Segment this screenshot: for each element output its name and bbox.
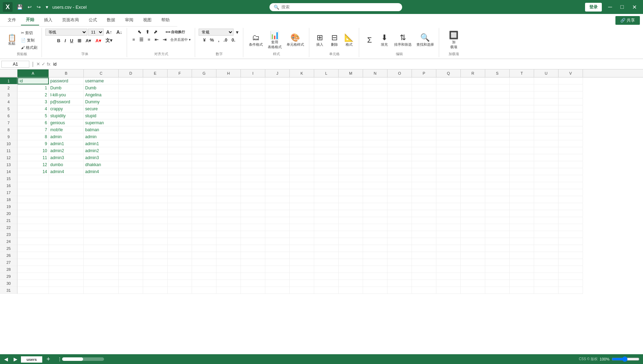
customize-qa-button[interactable]: ▾ bbox=[44, 3, 50, 10]
list-item[interactable] bbox=[559, 168, 583, 175]
row-number[interactable]: 17 bbox=[0, 189, 17, 196]
list-item[interactable] bbox=[192, 210, 216, 217]
list-item[interactable] bbox=[192, 91, 216, 98]
list-item[interactable] bbox=[168, 91, 192, 98]
list-item[interactable] bbox=[461, 196, 485, 203]
list-item[interactable] bbox=[485, 105, 510, 112]
list-item[interactable] bbox=[17, 210, 49, 217]
list-item[interactable] bbox=[339, 231, 363, 238]
list-item[interactable] bbox=[241, 287, 265, 294]
list-item[interactable] bbox=[241, 161, 265, 168]
list-item[interactable] bbox=[143, 140, 168, 147]
list-item[interactable] bbox=[461, 287, 485, 294]
list-item[interactable] bbox=[265, 147, 290, 154]
list-item[interactable] bbox=[290, 140, 314, 147]
list-item[interactable] bbox=[119, 126, 143, 133]
row-number[interactable]: 1 bbox=[0, 77, 17, 84]
col-header-h[interactable]: H bbox=[216, 69, 241, 77]
list-item[interactable] bbox=[216, 259, 241, 266]
list-item[interactable] bbox=[485, 161, 510, 168]
zoom-slider[interactable] bbox=[612, 356, 640, 362]
comma-button[interactable]: , bbox=[216, 37, 221, 43]
list-item[interactable]: stupid bbox=[84, 112, 119, 119]
list-item[interactable] bbox=[241, 196, 265, 203]
list-item[interactable] bbox=[534, 273, 559, 280]
col-header-j[interactable]: J bbox=[265, 69, 290, 77]
list-item[interactable] bbox=[412, 84, 436, 91]
list-item[interactable]: admin1 bbox=[84, 140, 119, 147]
list-item[interactable] bbox=[510, 238, 534, 245]
list-item[interactable] bbox=[265, 105, 290, 112]
list-item[interactable] bbox=[387, 231, 412, 238]
list-item[interactable] bbox=[436, 154, 461, 161]
list-item[interactable] bbox=[510, 182, 534, 189]
list-item[interactable] bbox=[559, 252, 583, 259]
paste-button[interactable]: 📋 粘贴 bbox=[5, 33, 19, 47]
list-item[interactable] bbox=[339, 238, 363, 245]
list-item[interactable] bbox=[436, 287, 461, 294]
list-item[interactable] bbox=[290, 119, 314, 126]
list-item[interactable] bbox=[17, 280, 49, 287]
list-item[interactable] bbox=[84, 210, 119, 217]
list-item[interactable] bbox=[192, 245, 216, 252]
list-item[interactable] bbox=[510, 189, 534, 196]
list-item[interactable] bbox=[412, 147, 436, 154]
percent-button[interactable]: % bbox=[208, 37, 216, 43]
list-item[interactable] bbox=[485, 217, 510, 224]
list-item[interactable] bbox=[363, 182, 387, 189]
list-item[interactable] bbox=[436, 77, 461, 84]
list-item[interactable] bbox=[17, 182, 49, 189]
list-item[interactable]: secure bbox=[84, 105, 119, 112]
list-item[interactable]: 2 bbox=[17, 91, 49, 98]
list-item[interactable] bbox=[387, 210, 412, 217]
list-item[interactable] bbox=[559, 112, 583, 119]
row-number[interactable]: 13 bbox=[0, 161, 17, 168]
list-item[interactable] bbox=[339, 112, 363, 119]
list-item[interactable] bbox=[461, 210, 485, 217]
list-item[interactable] bbox=[168, 105, 192, 112]
list-item[interactable] bbox=[216, 161, 241, 168]
list-item[interactable] bbox=[436, 259, 461, 266]
indent-increase-button[interactable]: ⇥ bbox=[161, 36, 168, 43]
font-select[interactable]: 等线 bbox=[45, 29, 87, 36]
list-item[interactable] bbox=[534, 175, 559, 182]
list-item[interactable] bbox=[510, 266, 534, 273]
list-item[interactable] bbox=[241, 154, 265, 161]
list-item[interactable] bbox=[461, 259, 485, 266]
row-number[interactable]: 19 bbox=[0, 203, 17, 210]
list-item[interactable] bbox=[339, 140, 363, 147]
list-item[interactable] bbox=[290, 196, 314, 203]
list-item[interactable] bbox=[17, 259, 49, 266]
col-header-g[interactable]: G bbox=[192, 69, 216, 77]
list-item[interactable] bbox=[314, 77, 339, 84]
list-item[interactable] bbox=[436, 91, 461, 98]
list-item[interactable] bbox=[216, 217, 241, 224]
list-item[interactable] bbox=[461, 217, 485, 224]
list-item[interactable] bbox=[314, 266, 339, 273]
list-item[interactable] bbox=[485, 133, 510, 140]
list-item[interactable] bbox=[363, 238, 387, 245]
close-button[interactable]: ✕ bbox=[629, 2, 640, 12]
list-item[interactable] bbox=[559, 266, 583, 273]
list-item[interactable] bbox=[168, 98, 192, 105]
list-item[interactable] bbox=[265, 259, 290, 266]
list-item[interactable]: admin2 bbox=[84, 147, 119, 154]
list-item[interactable]: 11 bbox=[17, 154, 49, 161]
list-item[interactable] bbox=[265, 210, 290, 217]
list-item[interactable] bbox=[387, 196, 412, 203]
list-item[interactable] bbox=[461, 112, 485, 119]
list-item[interactable] bbox=[84, 287, 119, 294]
list-item[interactable] bbox=[485, 210, 510, 217]
redo-button[interactable]: ↪ bbox=[35, 3, 42, 10]
list-item[interactable] bbox=[387, 189, 412, 196]
list-item[interactable] bbox=[84, 273, 119, 280]
list-item[interactable] bbox=[314, 133, 339, 140]
list-item[interactable] bbox=[510, 112, 534, 119]
list-item[interactable] bbox=[485, 245, 510, 252]
list-item[interactable] bbox=[314, 126, 339, 133]
cell-styles-button[interactable]: 🎨 单元格样式 bbox=[284, 32, 306, 48]
list-item[interactable] bbox=[412, 273, 436, 280]
list-item[interactable] bbox=[49, 259, 84, 266]
list-item[interactable] bbox=[290, 287, 314, 294]
list-item[interactable] bbox=[559, 154, 583, 161]
